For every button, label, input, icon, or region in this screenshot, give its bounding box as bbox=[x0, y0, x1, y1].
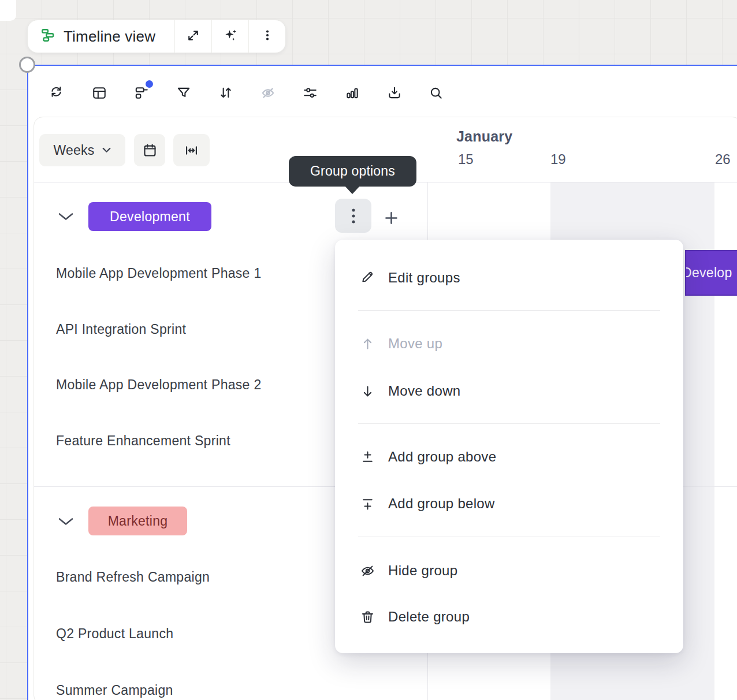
eye-off-icon bbox=[360, 563, 375, 579]
tooltip-label: Group options bbox=[310, 163, 395, 179]
menu-divider bbox=[358, 310, 660, 311]
gantt-icon bbox=[40, 28, 55, 45]
fit-width-icon bbox=[184, 143, 199, 158]
menu-divider bbox=[358, 423, 660, 424]
menu-item-edit-groups[interactable]: Edit groups bbox=[335, 261, 683, 295]
search-icon bbox=[429, 85, 444, 100]
calendar-button[interactable] bbox=[134, 134, 165, 166]
hide-fields-button[interactable] bbox=[256, 81, 280, 105]
menu-item-hide-group[interactable]: Hide group bbox=[335, 554, 683, 587]
view-more-options-button[interactable] bbox=[248, 20, 285, 53]
task-row[interactable]: Q2 Product Launch bbox=[56, 626, 173, 642]
tooltip-caret bbox=[344, 185, 360, 194]
whiteboard-canvas: Timeline view bbox=[0, 0, 737, 700]
filter-icon bbox=[176, 85, 191, 100]
board-layout-icon bbox=[92, 85, 107, 100]
pencil-icon bbox=[360, 270, 375, 286]
group-rows-button[interactable] bbox=[130, 81, 153, 105]
filter-button[interactable] bbox=[172, 81, 195, 105]
sort-button[interactable] bbox=[214, 81, 237, 105]
hide-fields-icon bbox=[260, 85, 276, 100]
view-toolbar: Timeline view bbox=[27, 20, 286, 53]
group-options-menu: Edit groups Move up Move down Add group … bbox=[335, 240, 683, 653]
chevron-down-icon bbox=[102, 145, 111, 155]
date-tick: 15 bbox=[458, 151, 474, 167]
export-icon bbox=[387, 85, 402, 100]
add-group-button[interactable] bbox=[383, 210, 400, 226]
view-title: Timeline view bbox=[64, 28, 155, 46]
arrow-down-icon bbox=[360, 383, 375, 399]
task-row[interactable]: Mobile App Development Phase 1 bbox=[56, 266, 262, 281]
menu-item-move-up[interactable]: Move up bbox=[335, 327, 683, 360]
collapse-group-development[interactable] bbox=[58, 213, 74, 221]
sync-button[interactable] bbox=[45, 81, 68, 105]
date-tick: 19 bbox=[550, 151, 566, 167]
search-button[interactable] bbox=[425, 81, 448, 105]
menu-item-delete-group[interactable]: Delete group bbox=[335, 600, 683, 634]
arrow-up-icon bbox=[360, 336, 375, 352]
notification-dot bbox=[146, 80, 153, 88]
date-tick: 26 bbox=[715, 151, 731, 167]
task-row[interactable]: Summer Campaign bbox=[56, 683, 173, 698]
settings-sliders-button[interactable] bbox=[299, 81, 322, 105]
menu-item-move-down[interactable]: Move down bbox=[335, 374, 683, 408]
menu-item-add-group-below[interactable]: Add group below bbox=[335, 487, 683, 520]
bar-chart-button[interactable] bbox=[341, 81, 364, 105]
view-title-button[interactable]: Timeline view bbox=[28, 20, 174, 53]
canvas-object-corner bbox=[0, 0, 16, 21]
menu-item-add-group-above[interactable]: Add group above bbox=[335, 440, 683, 474]
collapse-group-marketing[interactable] bbox=[58, 517, 74, 526]
ai-sparkle-icon bbox=[223, 28, 238, 45]
month-label: January bbox=[456, 128, 512, 145]
group-rows-icon bbox=[134, 85, 149, 100]
selection-resize-handle[interactable] bbox=[19, 57, 35, 73]
chevron-down-icon bbox=[58, 213, 74, 221]
task-row[interactable]: Feature Enhancement Sprint bbox=[56, 433, 230, 449]
add-group-below-icon bbox=[360, 496, 375, 512]
task-row[interactable]: Brand Refresh Campaign bbox=[56, 569, 210, 585]
zoom-level-select[interactable]: Weeks bbox=[39, 134, 125, 166]
task-row[interactable]: Mobile App Development Phase 2 bbox=[56, 377, 262, 393]
group-badge-development[interactable]: Development bbox=[88, 202, 211, 231]
task-row[interactable]: API Integration Sprint bbox=[56, 322, 186, 337]
group-badge-marketing[interactable]: Marketing bbox=[88, 507, 187, 535]
chevron-down-icon bbox=[58, 517, 74, 526]
ai-button[interactable] bbox=[211, 20, 248, 53]
sync-icon bbox=[49, 85, 64, 100]
fit-width-button[interactable] bbox=[173, 134, 210, 166]
more-options-icon bbox=[347, 206, 360, 226]
bar-chart-icon bbox=[345, 85, 360, 100]
calendar-icon bbox=[142, 143, 158, 158]
more-options-icon bbox=[260, 28, 274, 44]
expand-view-button[interactable] bbox=[174, 20, 211, 53]
plus-icon bbox=[383, 210, 400, 226]
expand-icon bbox=[186, 28, 200, 45]
settings-sliders-icon bbox=[303, 85, 318, 100]
group-options-button[interactable] bbox=[335, 199, 371, 233]
board-layout-button[interactable] bbox=[88, 81, 111, 105]
tooltip: Group options bbox=[289, 156, 416, 187]
add-group-above-icon bbox=[360, 449, 375, 465]
gantt-bar-label: Develop bbox=[685, 265, 732, 281]
gantt-task-bar[interactable]: Develop bbox=[685, 250, 737, 296]
sort-icon bbox=[218, 85, 233, 100]
export-button[interactable] bbox=[383, 81, 406, 105]
trash-icon bbox=[360, 609, 375, 625]
menu-divider bbox=[358, 537, 660, 537]
zoom-level-value: Weeks bbox=[54, 143, 95, 158]
